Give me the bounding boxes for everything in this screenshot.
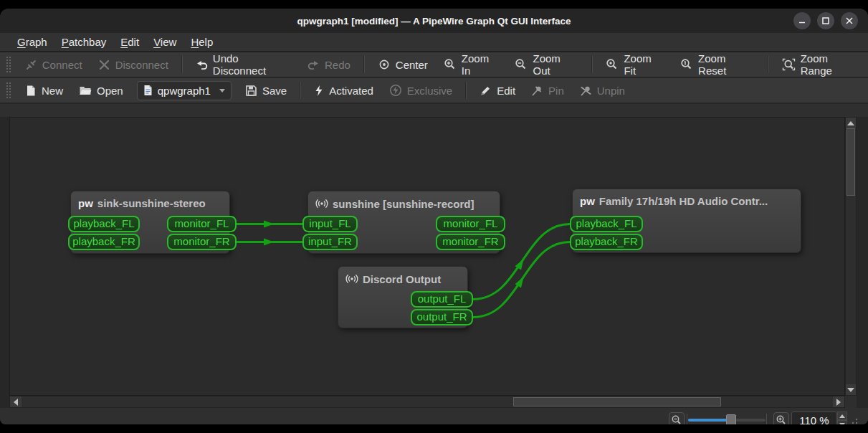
center-icon xyxy=(378,58,391,71)
horizontal-scrollbar[interactable] xyxy=(9,396,845,408)
edit-button[interactable]: Edit xyxy=(472,80,523,101)
toolbar-separator xyxy=(363,56,365,73)
toolbar-separator xyxy=(768,56,769,73)
unpin-icon xyxy=(580,85,592,97)
slider-tick xyxy=(766,414,767,424)
new-file-icon xyxy=(25,85,37,97)
patchbay-select-value: qpwgraph1 xyxy=(158,85,211,97)
patchbay-file-icon xyxy=(143,85,153,96)
canvas-left-margin xyxy=(0,117,9,408)
horizontal-scroll-thumb[interactable] xyxy=(513,397,721,406)
disconnect-button[interactable]: Disconnect xyxy=(90,54,176,75)
spin-down-button[interactable] xyxy=(837,420,847,424)
scroll-down-button[interactable] xyxy=(846,384,856,395)
zoom-in-button[interactable]: Zoom In xyxy=(436,54,507,75)
pin-icon xyxy=(531,85,543,97)
statusbar-zoom-out-button[interactable] xyxy=(669,412,685,424)
port-output_FR[interactable]: output_FR xyxy=(411,309,473,325)
toolbar-patchbay: New Open qpwgraph1 Save Activated Exclus… xyxy=(0,78,868,104)
connect-icon xyxy=(25,59,37,71)
undo-disconnect-button[interactable]: Undo Disconnect xyxy=(188,54,300,75)
port-playback_FL[interactable]: playback_FL xyxy=(68,216,140,232)
wire-arrow-icon xyxy=(264,221,274,228)
scroll-up-button[interactable] xyxy=(846,118,856,128)
menubar: Graph Patchbay Edit View Help xyxy=(0,33,868,52)
exclusive-bolt-icon xyxy=(389,84,402,97)
port-monitor_FL[interactable]: monitor_FL xyxy=(167,216,237,232)
resize-grip[interactable] xyxy=(848,418,858,424)
toolbar-main: Connect Disconnect Undo Disconnect Redo … xyxy=(0,52,868,78)
save-icon xyxy=(245,85,257,97)
zoom-in-icon xyxy=(776,414,787,424)
port-input_FR[interactable]: input_FR xyxy=(302,234,358,250)
close-button[interactable] xyxy=(841,12,858,29)
vertical-scroll-thumb[interactable] xyxy=(846,128,855,196)
exclusive-button[interactable]: Exclusive xyxy=(381,80,460,101)
arrow-down-icon xyxy=(847,388,854,392)
port-output_FL[interactable]: output_FL xyxy=(411,291,473,308)
connect-button[interactable]: Connect xyxy=(17,54,90,75)
pin-button[interactable]: Pin xyxy=(523,80,572,101)
scrollbar-corner xyxy=(845,396,857,408)
vertical-scrollbar[interactable] xyxy=(845,117,857,396)
toolbar-drag-handle[interactable] xyxy=(6,82,11,99)
port-input_FL[interactable]: input_FL xyxy=(302,216,358,232)
close-icon xyxy=(845,16,854,25)
arrow-down-icon xyxy=(839,423,845,425)
new-button[interactable]: New xyxy=(17,80,71,101)
menu-view[interactable]: View xyxy=(146,34,183,49)
activated-button[interactable]: Activated xyxy=(306,80,381,101)
connection-wires xyxy=(10,118,845,396)
minimize-button[interactable] xyxy=(793,12,811,29)
titlebar[interactable]: qpwgraph1 [modified] — A PipeWire Graph … xyxy=(0,9,868,33)
window-title: qpwgraph1 [modified] — A PipeWire Graph … xyxy=(297,16,571,27)
toolbar-drag-handle[interactable] xyxy=(6,56,11,73)
zoom-out-button[interactable]: Zoom Out xyxy=(507,54,586,75)
scroll-left-button[interactable] xyxy=(10,396,22,407)
activated-bolt-icon xyxy=(314,85,324,97)
zoom-range-button[interactable]: Zoom Range xyxy=(774,54,868,75)
statusbar-zoom-in-button[interactable] xyxy=(773,412,789,424)
port-monitor_FR[interactable]: monitor_FR xyxy=(436,234,505,250)
port-playback_FL[interactable]: playback_FL xyxy=(570,216,643,232)
scroll-right-button[interactable] xyxy=(833,396,844,407)
wire-arrow-icon xyxy=(264,239,274,246)
menu-patchbay[interactable]: Patchbay xyxy=(54,34,114,49)
zoom-in-icon xyxy=(444,58,457,71)
port-monitor_FL[interactable]: monitor_FL xyxy=(436,216,505,232)
maximize-icon xyxy=(821,16,830,25)
canvas-right-margin xyxy=(857,117,868,408)
toolbar-separator xyxy=(591,56,593,73)
port-playback_FR[interactable]: playback_FR xyxy=(570,234,643,250)
redo-button[interactable]: Redo xyxy=(300,54,358,75)
arrow-up-icon xyxy=(839,414,845,418)
center-button[interactable]: Center xyxy=(370,54,436,75)
zoom-out-icon xyxy=(671,414,682,424)
spin-up-button[interactable] xyxy=(837,411,847,420)
menu-help[interactable]: Help xyxy=(183,34,220,49)
toolbar-separator xyxy=(465,82,467,99)
menu-graph[interactable]: Graph xyxy=(10,34,54,49)
disconnect-icon xyxy=(98,59,110,71)
save-button[interactable]: Save xyxy=(237,80,295,101)
graph-canvas[interactable]: pw sink-sunshine-stereo sunshine [sunshi… xyxy=(9,117,845,396)
zoom-value: 110 % xyxy=(799,414,829,425)
edit-pencil-icon xyxy=(480,85,492,97)
open-button[interactable]: Open xyxy=(71,80,131,101)
zoom-fit-button[interactable]: Zoom Fit xyxy=(598,54,672,75)
menu-edit[interactable]: Edit xyxy=(113,34,146,49)
open-folder-icon xyxy=(79,85,92,96)
unpin-button[interactable]: Unpin xyxy=(572,80,633,101)
zoom-reset-button[interactable]: Zoom Reset xyxy=(672,54,763,75)
window-controls xyxy=(793,12,858,29)
port-monitor_FR[interactable]: monitor_FR xyxy=(167,234,237,250)
arrow-left-icon xyxy=(14,399,18,406)
maximize-button[interactable] xyxy=(817,12,834,29)
arrow-right-icon xyxy=(836,399,841,406)
zoom-spinbox[interactable]: 110 % xyxy=(791,411,837,424)
patchbay-select[interactable]: qpwgraph1 xyxy=(137,81,232,100)
zoom-slider-handle[interactable] xyxy=(726,414,736,424)
slider-tick xyxy=(687,414,687,424)
zoom-reset-icon xyxy=(680,58,693,71)
port-playback_FR[interactable]: playback_FR xyxy=(68,234,140,250)
